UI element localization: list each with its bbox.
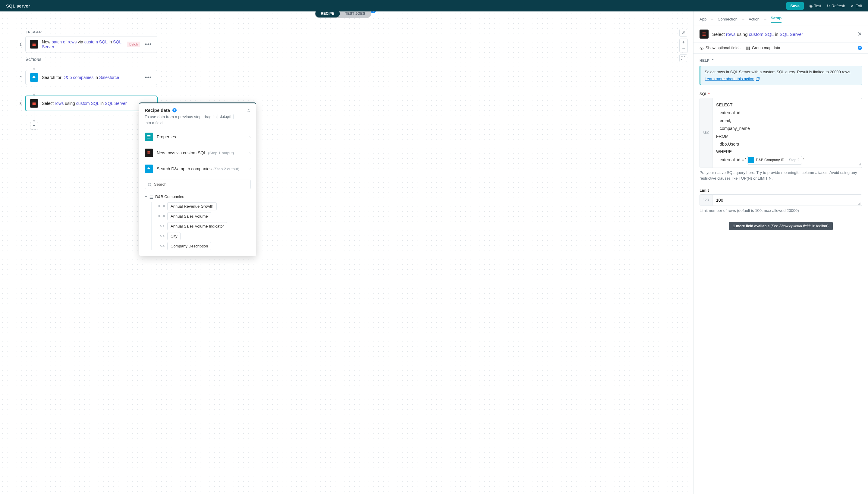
topbar-actions: Save ◉ Test ↻ Refresh ✕ Exit xyxy=(786,2,862,10)
connector xyxy=(34,53,34,58)
chevron-down-icon: › xyxy=(248,168,253,170)
datapill-item: 0.00Annual Revenue Growth xyxy=(157,202,251,210)
svg-rect-2 xyxy=(746,46,748,50)
limit-input[interactable] xyxy=(713,195,862,206)
play-icon: ◉ xyxy=(809,4,813,8)
refresh-button[interactable]: ↻ Refresh xyxy=(827,4,845,8)
section-step1-output[interactable]: New rows via custom SQL(Step 1 output) › xyxy=(139,145,256,160)
arrow-right-icon: → xyxy=(763,17,767,21)
add-step-button[interactable]: + xyxy=(30,122,38,130)
node-text: Select rows using custom SQL in SQL Serv… xyxy=(42,101,153,106)
help-icon[interactable]: ? xyxy=(172,108,177,112)
sqlserver-icon xyxy=(30,40,38,49)
action-node-row: 2 Search for D& b companies in Salesforc… xyxy=(18,70,693,85)
trigger-node[interactable]: New batch of rows via custom SQL in SQL … xyxy=(25,36,157,53)
limit-field: Limit 123 ◢ Limit number of rows (defaul… xyxy=(699,188,862,214)
caret-down-icon: ▼ xyxy=(144,195,147,198)
field-type-indicator: 123 xyxy=(700,195,713,206)
close-panel-button[interactable]: ✕ xyxy=(857,31,862,37)
connector-arrow xyxy=(34,111,34,122)
connector-arrow xyxy=(34,64,34,70)
trigger-node-row: 1 New batch of rows via custom SQL in SQ… xyxy=(18,36,693,53)
salesforce-icon xyxy=(30,73,38,82)
node-number: 2 xyxy=(18,75,22,80)
resize-handle[interactable]: ◢ xyxy=(859,161,861,167)
datapill[interactable]: Company Description xyxy=(167,242,211,250)
help-icon[interactable]: ? xyxy=(858,46,862,50)
more-fields-pill[interactable]: 1 more field available (See Show optiona… xyxy=(729,222,833,230)
zoom-out-button[interactable]: − xyxy=(680,45,688,52)
datapill-item: 0.00Annual Sales Volume xyxy=(157,212,251,220)
sqlserver-icon xyxy=(699,30,709,39)
action-node-row: 3 Select rows using custom SQL in SQL Se… xyxy=(18,96,693,111)
action-node-search[interactable]: Search for D& b companies in Salesforce … xyxy=(25,70,157,85)
zoom-controls: + − xyxy=(679,39,688,53)
learn-more-link[interactable]: Learn more about this action xyxy=(705,77,760,81)
recipe-data-panel: Recipe data ? To use data from a previou… xyxy=(139,102,256,256)
panel-toolbar: Show optional fields Group map data ? xyxy=(694,42,868,54)
recipe-panel-description: To use data from a previous step, drag i… xyxy=(144,114,251,125)
node-menu-icon[interactable]: ••• xyxy=(144,41,153,48)
test-button[interactable]: ◉ Test xyxy=(809,4,821,8)
breadcrumb-connection[interactable]: Connection xyxy=(718,17,737,21)
group-map-data-button[interactable]: Group map data xyxy=(746,45,780,50)
sql-field: SQL* ABC SELECT external_id, email, comp… xyxy=(699,92,862,181)
section-step2-output[interactable]: Search D&amp; b companies(Step 2 output)… xyxy=(139,160,256,177)
collapse-icon[interactable] xyxy=(247,108,251,112)
panel-header: Select rows using custom SQL in SQL Serv… xyxy=(694,26,868,42)
panel-title: Select rows using custom SQL in SQL Serv… xyxy=(712,32,854,37)
svg-rect-3 xyxy=(748,46,750,50)
close-icon: ✕ xyxy=(850,4,854,8)
tab-test-jobs[interactable]: TEST JOBS xyxy=(340,12,371,18)
fit-view-button[interactable]: ⛶ xyxy=(679,54,687,62)
help-icon[interactable]: ? xyxy=(371,12,376,13)
zoom-in-button[interactable]: + xyxy=(680,39,688,45)
exit-button[interactable]: ✕ Exit xyxy=(850,4,862,8)
sql-input[interactable]: SELECT external_id, email, company_name … xyxy=(713,98,862,167)
node-menu-icon[interactable]: ••• xyxy=(144,74,153,81)
breadcrumb: App → Connection → Action → Setup xyxy=(694,12,868,26)
canvas: RECIPE TEST JOBS ? ↺ + − ⛶ TRIGGER 1 xyxy=(0,12,693,494)
recipe-panel-title: Recipe data ? xyxy=(144,108,177,113)
topbar: SQL server Save ◉ Test ↻ Refresh ✕ Exit xyxy=(0,0,868,12)
resize-handle[interactable]: ◢ xyxy=(858,202,861,205)
datapill[interactable]: Annual Revenue Growth xyxy=(167,202,217,210)
tree-group-header[interactable]: ▼ D&B Companies xyxy=(144,194,251,199)
search-icon xyxy=(148,182,152,187)
chevron-up-icon: ⌃ xyxy=(711,58,714,63)
show-optional-fields-button[interactable]: Show optional fields xyxy=(699,45,740,50)
breadcrumb-action[interactable]: Action xyxy=(749,17,759,21)
arrow-right-icon: → xyxy=(741,17,745,21)
flow: TRIGGER 1 New batch of rows via custom S… xyxy=(0,12,693,130)
external-link-icon xyxy=(756,77,760,81)
datapill[interactable]: Annual Sales Volume xyxy=(167,212,211,220)
salesforce-icon xyxy=(144,165,153,173)
tab-recipe[interactable]: RECIPE xyxy=(315,12,340,18)
required-indicator: * xyxy=(708,92,710,96)
columns-icon xyxy=(746,45,750,50)
action-node-select-rows[interactable]: Select rows using custom SQL in SQL Serv… xyxy=(25,96,157,111)
datapill-keyword: datapill xyxy=(218,114,233,119)
eye-icon xyxy=(699,45,704,50)
help-section-toggle[interactable]: HELP ⌃ xyxy=(699,58,862,63)
breadcrumb-app[interactable]: App xyxy=(699,17,707,21)
breadcrumb-setup[interactable]: Setup xyxy=(771,16,782,23)
chevron-right-icon: › xyxy=(249,150,251,155)
actions-label: ACTIONS xyxy=(26,58,693,61)
side-panel: App → Connection → Action → Setup Select… xyxy=(693,12,868,494)
node-number: 1 xyxy=(18,42,22,47)
datapill-item: ABCCompany Description xyxy=(157,242,251,250)
datapill-inline[interactable]: D&B Company ID Step 2 xyxy=(747,156,802,164)
search-input[interactable] xyxy=(144,179,251,189)
section-properties[interactable]: Properties › xyxy=(139,129,256,145)
reset-view-button[interactable]: ↺ xyxy=(679,29,687,37)
arrow-right-icon: → xyxy=(710,17,714,21)
field-help-text: Limit number of rows (default is 100, ma… xyxy=(699,208,862,214)
svg-point-0 xyxy=(148,183,151,186)
save-button[interactable]: Save xyxy=(786,2,804,10)
canvas-tools: ↺ + − ⛶ xyxy=(679,29,688,62)
datapill[interactable]: Annual Sales Volume Indicator xyxy=(167,222,227,230)
datapill-item: ABCCity xyxy=(157,232,251,240)
node-text: New batch of rows via custom SQL in SQL … xyxy=(42,39,123,49)
datapill[interactable]: City xyxy=(167,232,180,240)
